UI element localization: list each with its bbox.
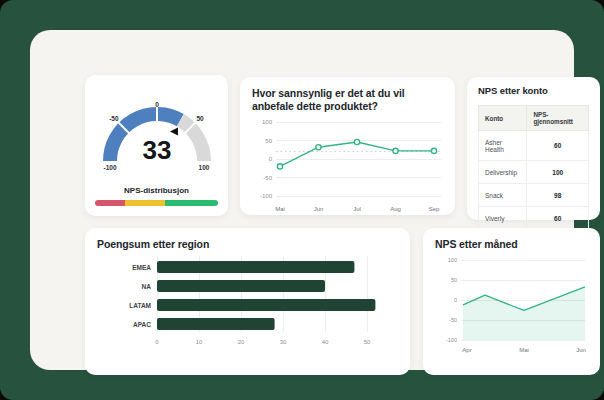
- table-head: Konto NPS-gjennomsnitt: [479, 106, 589, 131]
- x-tick-label: 20: [238, 339, 245, 345]
- line-chart-title: Hvor sannsynlig er det at du vil anbefal…: [252, 87, 443, 114]
- nps-distribution-bar: [95, 200, 218, 206]
- x-tick-label: Jun: [576, 347, 586, 353]
- bar-na: [157, 280, 325, 292]
- nps-value-cell: 60: [527, 207, 589, 230]
- nps-gauge-card: -100-5005010033 NPS-distribusjon: [85, 75, 228, 216]
- dist-segment-passives: [125, 200, 166, 206]
- column-header-nps: NPS-gjennomsnitt: [527, 106, 589, 131]
- table-row: Viverly60: [479, 207, 589, 230]
- nps-month-area-chart: 100500-50-100AprMaiJun: [435, 254, 588, 366]
- table-header-row: Konto NPS-gjennomsnitt: [479, 106, 589, 131]
- y-tick-label: 100: [448, 257, 457, 263]
- y-tick-label: 0: [454, 297, 457, 303]
- nps-account-table-card: NPS etter konto Konto NPS-gjennomsnitt A…: [467, 77, 600, 220]
- area-fill: [463, 287, 585, 340]
- data-point: [393, 148, 398, 153]
- x-tick-label: 0: [155, 339, 159, 345]
- data-point: [354, 139, 359, 144]
- bar-apac: [157, 318, 275, 330]
- dist-segment-promoters: [165, 200, 218, 206]
- gauge-tick-label: 100: [198, 164, 209, 171]
- gauge-tick-label: -50: [109, 115, 119, 122]
- account-name-cell: Delivership: [479, 161, 527, 184]
- account-name-cell: Viverly: [479, 207, 527, 230]
- gauge-title: NPS-distribusjon: [85, 186, 228, 195]
- account-name-cell: Asher Health: [479, 131, 527, 161]
- x-tick-label: 10: [196, 339, 203, 345]
- x-tick-label: Jun: [314, 206, 324, 212]
- category-label: EMEA: [132, 264, 151, 271]
- data-point: [316, 144, 321, 149]
- y-tick-label: -100: [446, 337, 457, 343]
- x-tick-label: Mai: [519, 347, 529, 353]
- nps-value-cell: 98: [527, 184, 589, 207]
- y-tick-label: 0: [269, 156, 273, 162]
- x-tick-label: Jul: [353, 206, 361, 212]
- y-tick-label: -50: [263, 174, 272, 180]
- dist-segment-detractors: [95, 200, 125, 206]
- area-chart-wrap: 100500-50-100AprMaiJun: [435, 254, 588, 366]
- nps-value-cell: 60: [527, 131, 589, 161]
- table-body: Asher Health60Delivership100Snack98Viver…: [479, 131, 589, 230]
- category-label: APAC: [133, 321, 151, 328]
- x-tick-label: 40: [322, 339, 329, 345]
- bar-chart-title: Poengsum etter region: [97, 238, 398, 251]
- nps-value-cell: 100: [527, 161, 589, 184]
- region-bar-chart: 01020304050EMEANALATAMAPAC: [97, 254, 398, 366]
- bar-chart-wrap: 01020304050EMEANALATAMAPAC: [97, 254, 398, 366]
- dashboard-screen: -100-5005010033 NPS-distribusjon Hvor sa…: [0, 0, 604, 400]
- data-point: [277, 164, 282, 169]
- x-tick-label: 50: [364, 339, 371, 345]
- data-line: [280, 142, 434, 166]
- x-tick-label: Sep: [429, 206, 440, 212]
- x-tick-label: Aug: [390, 206, 401, 212]
- category-label: NA: [142, 283, 152, 290]
- table-row: Delivership100: [479, 161, 589, 184]
- gauge-value: 33: [142, 135, 171, 165]
- y-tick-label: -100: [260, 193, 273, 199]
- gauge-tick-label: 50: [196, 115, 204, 122]
- account-name-cell: Snack: [479, 184, 527, 207]
- column-header-konto: Konto: [479, 106, 527, 131]
- region-score-card: Poengsum etter region 01020304050EMEANAL…: [85, 228, 410, 375]
- y-tick-label: 100: [262, 119, 273, 125]
- y-tick-label: 50: [451, 277, 457, 283]
- likelihood-line-card: Hvor sannsynlig er det at du vil anbefal…: [240, 77, 455, 215]
- table-row: Snack98: [479, 184, 589, 207]
- x-tick-label: 30: [280, 339, 287, 345]
- data-point: [431, 148, 436, 153]
- line-chart-wrap: 100500-50-100MaiJunJulAugSep: [252, 117, 443, 217]
- table-row: Asher Health60: [479, 131, 589, 161]
- gauge-tick-label: 0: [155, 101, 159, 108]
- bar-latam: [157, 299, 375, 311]
- y-tick-label: -50: [449, 317, 457, 323]
- category-label: LATAM: [129, 302, 151, 309]
- dashboard-panel: -100-5005010033 NPS-distribusjon Hvor sa…: [30, 30, 574, 370]
- table-title: NPS etter konto: [478, 85, 589, 97]
- bar-emea: [157, 261, 354, 273]
- area-chart-title: NPS etter måned: [435, 238, 588, 251]
- likelihood-line-chart: 100500-50-100MaiJunJulAugSep: [252, 117, 443, 217]
- gauge-tick-label: -100: [103, 164, 116, 171]
- nps-gauge-chart: -100-5005010033: [89, 79, 225, 179]
- nps-account-table: Konto NPS-gjennomsnitt Asher Health60Del…: [478, 105, 589, 230]
- x-tick-label: Mai: [275, 206, 285, 212]
- y-tick-label: 50: [265, 137, 272, 143]
- x-tick-label: Apr: [462, 347, 471, 353]
- nps-month-card: NPS etter måned 100500-50-100AprMaiJun: [423, 228, 600, 375]
